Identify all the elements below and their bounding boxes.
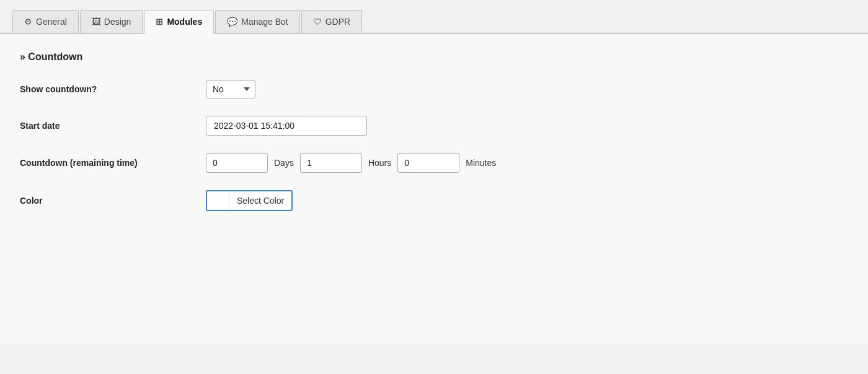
modules-icon: ⊞ xyxy=(156,17,163,27)
tab-design[interactable]: 🖼 Design xyxy=(80,10,143,33)
page-container: ⚙ General 🖼 Design ⊞ Modules 💬 Manage Bo… xyxy=(0,0,868,374)
gdpr-icon: 🛡 xyxy=(313,17,322,27)
show-countdown-select[interactable]: No Yes xyxy=(206,80,255,98)
tab-gdpr[interactable]: 🛡 GDPR xyxy=(301,10,362,33)
select-color-label: Select Color xyxy=(229,191,291,210)
color-picker-button[interactable]: Select Color xyxy=(206,190,293,211)
countdown-label: Countdown (remaining time) xyxy=(20,158,206,168)
color-control: Select Color xyxy=(206,190,293,211)
hours-input[interactable] xyxy=(300,153,362,173)
countdown-row: Countdown (remaining time) Days Hours Mi… xyxy=(20,153,848,173)
countdown-control: Days Hours Minutes xyxy=(206,153,496,173)
color-label: Color xyxy=(20,196,206,206)
general-icon: ⚙ xyxy=(24,17,32,27)
show-countdown-row: Show countdown? No Yes xyxy=(20,80,848,98)
start-date-row: Start date xyxy=(20,116,848,136)
manage-bot-icon: 💬 xyxy=(227,17,237,27)
hours-unit-label: Hours xyxy=(368,158,391,168)
tab-manage-bot[interactable]: 💬 Manage Bot xyxy=(215,10,300,33)
show-countdown-control: No Yes xyxy=(206,80,255,98)
days-input[interactable] xyxy=(206,153,268,173)
start-date-control xyxy=(206,116,367,136)
tab-manage-bot-label: Manage Bot xyxy=(241,17,288,27)
tab-general-label: General xyxy=(36,17,67,27)
tab-gdpr-label: GDPR xyxy=(326,17,350,27)
start-date-input[interactable] xyxy=(206,116,367,136)
minutes-input[interactable] xyxy=(397,153,459,173)
days-unit-label: Days xyxy=(274,158,294,168)
section-title: » Countdown xyxy=(20,51,848,63)
tab-general[interactable]: ⚙ General xyxy=(12,10,79,33)
start-date-label: Start date xyxy=(20,121,206,131)
tab-modules-label: Modules xyxy=(167,17,202,27)
tab-modules[interactable]: ⊞ Modules xyxy=(144,10,214,34)
minutes-unit-label: Minutes xyxy=(466,158,496,168)
design-icon: 🖼 xyxy=(92,17,100,27)
content-area: » Countdown Show countdown? No Yes Start… xyxy=(0,34,868,344)
color-row: Color Select Color xyxy=(20,190,848,211)
tabs-bar: ⚙ General 🖼 Design ⊞ Modules 💬 Manage Bo… xyxy=(0,0,868,34)
show-countdown-label: Show countdown? xyxy=(20,84,206,94)
color-swatch xyxy=(207,191,229,210)
tab-design-label: Design xyxy=(104,17,131,27)
